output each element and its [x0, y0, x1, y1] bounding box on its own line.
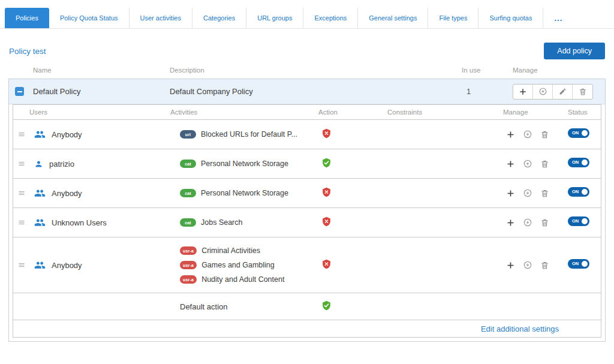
category-badge: cat [180, 189, 196, 197]
policy-description: Default Company Policy [170, 87, 462, 96]
rule-status-toggle[interactable]: ON [568, 128, 589, 138]
delete-rule-icon[interactable] [540, 218, 549, 227]
drag-handle[interactable] [13, 219, 29, 226]
rule-users-label: Anybody [52, 261, 82, 270]
add-rule-icon[interactable] [506, 160, 515, 169]
rule-status-toggle[interactable]: ON [568, 187, 589, 197]
clone-rule-icon[interactable] [523, 188, 532, 198]
header-activities: Activities [170, 109, 318, 116]
activity-label: Personal Network Storage [201, 189, 288, 197]
tab-policies[interactable]: Policies [5, 8, 49, 28]
toggle-knob [580, 158, 589, 167]
allow-shield-icon [321, 157, 332, 169]
tab-policy-quota-status[interactable]: Policy Quota Status [49, 8, 130, 28]
rule-users-label: Anybody [52, 189, 82, 198]
tab-bar: Policies Policy Quota Status User activi… [0, 8, 614, 29]
add-policy-button[interactable]: Add policy [544, 43, 605, 59]
delete-rule-icon[interactable] [540, 189, 549, 198]
clone-rule-icon[interactable] [523, 130, 532, 139]
rule-row: Anybody cat Personal Network Storage [13, 179, 601, 208]
user-activity-badge: usr-a [180, 246, 197, 255]
delete-rule-icon[interactable] [540, 130, 549, 139]
policy-table-header: Name Description In use Manage [9, 67, 605, 79]
clone-rule-icon[interactable] [523, 159, 532, 169]
toggle-knob [580, 129, 589, 137]
edit-policy-button[interactable] [553, 85, 573, 99]
header-constraints: Constraints [387, 109, 503, 116]
rule-status-toggle[interactable]: ON [568, 158, 589, 167]
rule-row: Anybody url Blocked URLs for Default P..… [13, 120, 601, 149]
drag-icon [18, 219, 25, 226]
url-group-badge: url [180, 130, 196, 139]
plus-icon [519, 88, 527, 96]
users-group-icon [34, 189, 46, 198]
activity-label: Blocked URLs for Default P... [201, 130, 297, 139]
header-in-use: In use [462, 67, 513, 74]
trash-icon [579, 88, 587, 96]
tab-url-groups[interactable]: URL groups [246, 8, 303, 28]
tab-more-menu[interactable]: ... [543, 8, 573, 28]
activity-label: Jobs Search [201, 218, 242, 227]
header-users: Users [29, 109, 170, 116]
rule-status-toggle[interactable]: ON [568, 216, 589, 226]
add-rule-icon[interactable] [506, 261, 515, 270]
rules-table-footer: Edit additional settings [13, 320, 601, 337]
header-manage: Manage [513, 67, 605, 74]
delete-policy-button[interactable] [573, 85, 592, 99]
action-cell [318, 216, 387, 230]
drag-handle[interactable] [13, 261, 29, 269]
activity-label: Criminal Activities [201, 246, 260, 255]
clone-rule-icon[interactable] [523, 260, 532, 270]
activity-label: Personal Network Storage [201, 160, 288, 168]
toggle-knob [580, 217, 589, 225]
clone-rule-icon[interactable] [523, 218, 532, 227]
circle-plus-icon [538, 87, 547, 96]
header-spacer [9, 67, 33, 74]
tab-surfing-quotas[interactable]: Surfing quotas [478, 8, 543, 28]
rule-users-label: Anybody [52, 130, 82, 139]
activity-label: Games and Gambling [201, 261, 275, 269]
policy-name: Default Policy [33, 87, 170, 96]
tab-general-settings[interactable]: General settings [358, 8, 428, 28]
collapse-policy-icon[interactable] [15, 87, 24, 96]
toggle-on-label: ON [572, 261, 579, 266]
allow-shield-icon [321, 300, 332, 311]
add-rule-icon[interactable] [506, 189, 515, 198]
delete-rule-icon[interactable] [540, 160, 549, 169]
rule-users-label: patrizio [49, 160, 74, 169]
header-name: Name [33, 67, 170, 74]
header-manage: Manage [503, 109, 568, 116]
drag-icon [18, 261, 25, 269]
header-status: Status [568, 109, 613, 116]
tab-exceptions[interactable]: Exceptions [303, 8, 358, 28]
toggle-on-label: ON [572, 189, 579, 194]
clone-policy-button[interactable] [533, 85, 553, 99]
drag-handle[interactable] [13, 131, 29, 138]
block-shield-icon [321, 258, 332, 270]
drag-handle[interactable] [13, 160, 29, 167]
toggle-on-label: ON [572, 160, 579, 165]
toggle-on-label: ON [572, 219, 579, 224]
tab-user-activities[interactable]: User activities [130, 8, 192, 28]
tab-file-types[interactable]: File types [428, 8, 478, 28]
add-rule-button[interactable] [513, 85, 533, 99]
add-rule-icon[interactable] [506, 218, 515, 227]
toggle-knob [580, 188, 589, 196]
policy-rules-table: Users Activities Action Constraints Mana… [13, 104, 601, 338]
users-group-icon [34, 218, 46, 227]
edit-additional-settings-link[interactable]: Edit additional settings [481, 324, 559, 333]
rule-status-toggle[interactable]: ON [568, 259, 589, 269]
policy-test-link[interactable]: Policy test [9, 47, 46, 56]
drag-icon [18, 131, 25, 138]
tab-categories[interactable]: Categories [192, 8, 246, 28]
block-shield-icon [321, 186, 332, 198]
web-policies-page: Policies Policy Quota Status User activi… [0, 8, 614, 364]
drag-handle[interactable] [13, 189, 29, 197]
rule-row: Unknown Users cat Jobs Search [13, 208, 601, 237]
action-cell [318, 157, 387, 171]
delete-rule-icon[interactable] [540, 261, 549, 270]
add-rule-icon[interactable] [506, 130, 515, 139]
toggle-on-label: ON [572, 131, 579, 136]
policy-panel: Default Policy Default Company Policy 1 [8, 79, 606, 342]
header-description: Description [170, 67, 462, 74]
